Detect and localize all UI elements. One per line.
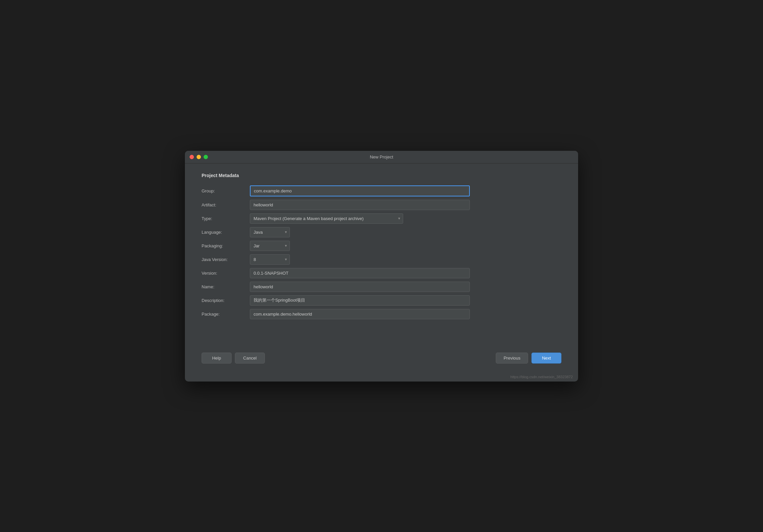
packaging-select[interactable]: Jar War (250, 241, 290, 251)
version-input[interactable] (250, 268, 470, 278)
java-version-row: Java Version: 8 11 17 21 (202, 254, 561, 265)
next-button[interactable]: Next (531, 353, 561, 364)
version-label: Version: (202, 271, 250, 276)
description-control (250, 295, 470, 306)
type-select-wrapper: Maven Project (Generate a Maven based pr… (250, 213, 403, 224)
group-input[interactable] (250, 185, 470, 196)
description-row: Description: (202, 295, 561, 306)
language-label: Language: (202, 230, 250, 235)
java-version-select[interactable]: 8 11 17 21 (250, 254, 290, 265)
packaging-label: Packaging: (202, 243, 250, 248)
java-version-label: Java Version: (202, 257, 250, 262)
type-select[interactable]: Maven Project (Generate a Maven based pr… (250, 213, 403, 224)
group-control (250, 185, 470, 196)
packaging-control: Jar War (250, 241, 470, 251)
new-project-window: New Project Project Metadata Group: Arti… (185, 151, 578, 382)
artifact-control (250, 200, 470, 210)
cancel-button[interactable]: Cancel (235, 353, 265, 364)
type-row: Type: Maven Project (Generate a Maven ba… (202, 213, 561, 224)
packaging-select-wrapper: Jar War (250, 241, 290, 251)
section-title: Project Metadata (202, 173, 561, 178)
close-button[interactable] (190, 155, 194, 159)
traffic-lights (190, 155, 208, 159)
package-control (250, 309, 470, 319)
group-label: Group: (202, 188, 250, 193)
packaging-row: Packaging: Jar War (202, 241, 561, 251)
description-input[interactable] (250, 295, 470, 306)
name-control (250, 282, 470, 292)
form-content: Project Metadata Group: Artifact: Type: … (185, 163, 578, 332)
previous-button[interactable]: Previous (496, 353, 528, 364)
window-title: New Project (370, 154, 393, 159)
help-button[interactable]: Help (202, 353, 232, 364)
watermark: https://blog.csdn.net/weixin_38323872 (185, 373, 578, 382)
package-row: Package: (202, 309, 561, 319)
version-row: Version: (202, 268, 561, 278)
minimize-button[interactable] (197, 155, 201, 159)
footer-left: Help Cancel (202, 353, 265, 364)
type-label: Type: (202, 216, 250, 221)
language-select-wrapper: Java Kotlin Groovy (250, 227, 290, 237)
version-control (250, 268, 470, 278)
language-row: Language: Java Kotlin Groovy (202, 227, 561, 237)
java-version-control: 8 11 17 21 (250, 254, 470, 265)
name-row: Name: (202, 282, 561, 292)
name-input[interactable] (250, 282, 470, 292)
maximize-button[interactable] (204, 155, 208, 159)
name-label: Name: (202, 284, 250, 289)
titlebar: New Project (185, 151, 578, 163)
artifact-row: Artifact: (202, 200, 561, 210)
footer: Help Cancel Previous Next (185, 345, 578, 373)
package-input[interactable] (250, 309, 470, 319)
artifact-label: Artifact: (202, 202, 250, 207)
artifact-input[interactable] (250, 200, 470, 210)
group-row: Group: (202, 185, 561, 196)
language-select[interactable]: Java Kotlin Groovy (250, 227, 290, 237)
java-version-select-wrapper: 8 11 17 21 (250, 254, 290, 265)
description-label: Description: (202, 298, 250, 303)
language-control: Java Kotlin Groovy (250, 227, 470, 237)
footer-right: Previous Next (496, 353, 561, 364)
type-control: Maven Project (Generate a Maven based pr… (250, 213, 470, 224)
package-label: Package: (202, 312, 250, 317)
